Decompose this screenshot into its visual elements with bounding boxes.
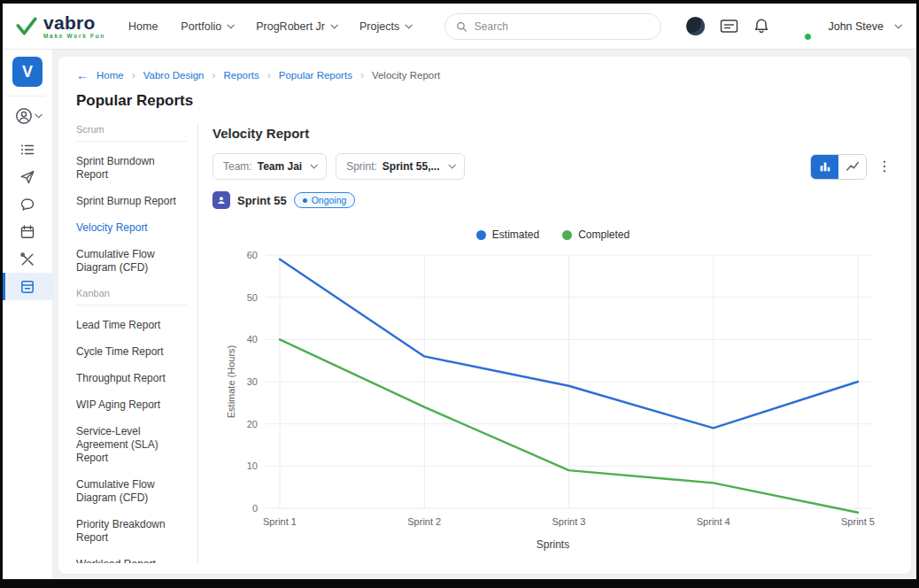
- svg-text:20: 20: [247, 419, 258, 429]
- rail-item-backlog[interactable]: [3, 135, 52, 163]
- report-item-lead-time[interactable]: Lead Time Report: [76, 319, 187, 332]
- calendar-icon: [19, 224, 35, 240]
- breadcrumb-vabro-design[interactable]: Vabro Design: [143, 70, 205, 81]
- nav-projects[interactable]: Projects: [359, 20, 411, 33]
- report-item-sprint-burndown[interactable]: Sprint Burndown Report: [76, 155, 187, 182]
- top-navbar: vabro Make Work Fun Home Portfolio ProgR…: [3, 4, 916, 50]
- reports-card: ← Home › Vabro Design › Reports › Popula…: [58, 57, 911, 574]
- tools-icon: [19, 251, 35, 267]
- rail-item-tools[interactable]: [3, 245, 52, 273]
- legend-item-estimated[interactable]: Estimated: [476, 228, 539, 241]
- legend-item-completed[interactable]: Completed: [562, 228, 629, 241]
- screen-frame: vabro Make Work Fun Home Portfolio ProgR…: [0, 0, 919, 588]
- svg-text:10: 10: [247, 460, 258, 471]
- svg-text:0: 0: [252, 503, 258, 514]
- notifications-bell-icon[interactable]: [753, 18, 769, 35]
- report-item-cfd-kanban[interactable]: Cumulative Flow Diagram (CFD): [76, 478, 187, 505]
- report-item-velocity[interactable]: Velocity Report: [76, 221, 187, 235]
- report-item-cycle-time[interactable]: Cycle Time Report: [76, 345, 187, 359]
- section-title-scrum: Scrum: [76, 124, 187, 142]
- vabro-logo[interactable]: vabro Make Work Fun: [15, 13, 105, 40]
- vabro-check-icon: [15, 15, 38, 38]
- online-status-dot: [804, 33, 812, 41]
- breadcrumb-reports[interactable]: Reports: [224, 70, 259, 81]
- rail-item-calendar[interactable]: [3, 218, 52, 245]
- report-title: Velocity Report: [212, 126, 893, 141]
- logo-text: vabro Make Work Fun: [43, 13, 105, 40]
- nav-progrobert[interactable]: ProgRobert Jr: [256, 20, 336, 33]
- breadcrumb-home[interactable]: Home: [97, 70, 124, 81]
- rail-item-reports[interactable]: [3, 273, 52, 300]
- svg-text:40: 40: [247, 334, 258, 344]
- bar-chart-icon: [818, 159, 832, 174]
- svg-text:30: 30: [247, 376, 258, 387]
- sprint-status-label: Ongoing: [312, 195, 347, 205]
- chevron-down-icon[interactable]: [894, 21, 901, 28]
- nav-home[interactable]: Home: [128, 20, 158, 33]
- sprint-icon: [212, 191, 230, 209]
- legend-label-estimated: Estimated: [492, 228, 539, 241]
- svg-text:Sprint 3: Sprint 3: [552, 516, 586, 527]
- user-avatar[interactable]: [784, 13, 811, 40]
- nav-portfolio[interactable]: Portfolio: [181, 20, 233, 33]
- velocity-chart: 0102030405060Sprint 1Sprint 2Sprint 3Spr…: [223, 248, 883, 533]
- back-arrow-icon[interactable]: ←: [76, 69, 89, 81]
- search-box[interactable]: [444, 13, 661, 40]
- report-item-wip-aging[interactable]: WIP Aging Report: [76, 398, 187, 412]
- rail-item-send[interactable]: [3, 163, 52, 190]
- send-icon: [19, 169, 35, 185]
- sprint-filter[interactable]: Sprint: Sprint 55,...: [336, 153, 464, 180]
- breadcrumb-popular-reports[interactable]: Popular Reports: [279, 70, 352, 81]
- filter-row: Team: Team Jai Sprint: Sprint 55,...: [212, 153, 893, 180]
- bar-chart-toggle[interactable]: [811, 155, 838, 179]
- nav-home-label: Home: [128, 20, 158, 33]
- main-content: ← Home › Vabro Design › Reports › Popula…: [53, 50, 916, 579]
- report-item-workload[interactable]: Workload Report: [76, 558, 187, 563]
- sprint-filter-label: Sprint:: [346, 160, 377, 173]
- panel-row: Scrum Sprint Burndown Report Sprint Burn…: [76, 124, 893, 563]
- body-row: V: [3, 50, 916, 579]
- sprint-filter-value: Sprint 55,...: [382, 160, 440, 173]
- line-chart-toggle[interactable]: [838, 155, 866, 179]
- status-dot-icon: [303, 198, 307, 203]
- workspace-logo-tile[interactable]: V: [12, 57, 42, 87]
- view-controls: ⋮: [810, 154, 893, 180]
- nav-portfolio-label: Portfolio: [181, 20, 221, 33]
- main-nav: Home Portfolio ProgRobert Jr Projects: [128, 20, 411, 33]
- rail-item-chat[interactable]: [3, 190, 52, 218]
- chevron-down-icon: [35, 111, 42, 118]
- chevron-down-icon: [448, 161, 455, 168]
- line-chart-icon: [846, 159, 860, 174]
- report-item-cfd-scrum[interactable]: Cumulative Flow Diagram (CFD): [76, 248, 187, 275]
- report-item-priority-breakdown[interactable]: Priority Breakdown Report: [76, 518, 187, 545]
- report-item-sla[interactable]: Service-Level Agreement (SLA) Report: [76, 425, 187, 465]
- report-item-sprint-burnup[interactable]: Sprint Burnup Report: [76, 195, 187, 208]
- more-options-kebab-icon[interactable]: ⋮: [876, 159, 893, 174]
- velocity-chart-area: 0102030405060Sprint 1Sprint 2Sprint 3Spr…: [212, 248, 893, 551]
- svg-text:Sprint 1: Sprint 1: [263, 516, 297, 527]
- chevron-down-icon: [311, 161, 318, 168]
- nav-projects-label: Projects: [359, 20, 399, 33]
- apps-icon[interactable]: [720, 19, 738, 34]
- legend-dot-completed: [562, 230, 572, 240]
- report-item-throughput[interactable]: Throughput Report: [76, 372, 187, 385]
- dark-mode-moon-icon[interactable]: [686, 17, 705, 35]
- search-icon: [456, 20, 467, 33]
- chat-icon: [19, 197, 35, 213]
- team-filter-label: Team:: [223, 160, 252, 173]
- chevron-down-icon: [405, 21, 413, 28]
- breadcrumb-separator: ›: [132, 69, 135, 81]
- search-input[interactable]: [475, 20, 650, 33]
- svg-text:Sprint 2: Sprint 2: [407, 516, 441, 527]
- team-filter[interactable]: Team: Team Jai: [212, 153, 327, 180]
- backlog-icon: [19, 142, 35, 158]
- reports-icon: [19, 279, 35, 295]
- legend-dot-estimated: [476, 230, 486, 240]
- legend-label-completed: Completed: [578, 228, 629, 241]
- breadcrumb-separator: ›: [267, 69, 271, 81]
- left-rail: V: [3, 50, 53, 579]
- user-name: John Steve: [828, 20, 884, 33]
- nav-progrobert-label: ProgRobert Jr: [256, 20, 325, 33]
- topbar-actions: John Steve: [686, 13, 900, 40]
- account-switcher[interactable]: [15, 107, 41, 125]
